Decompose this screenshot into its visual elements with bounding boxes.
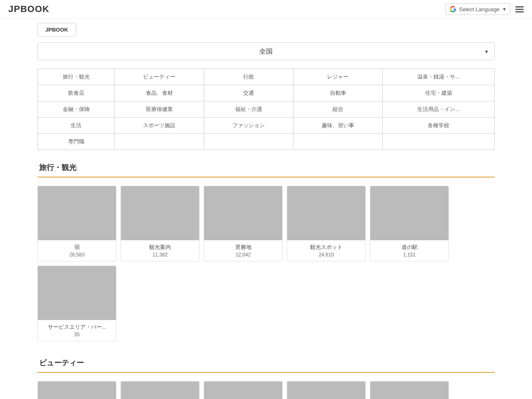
card-keishochi-name: 景勝地: [207, 244, 279, 251]
img-cell: [326, 186, 365, 213]
card-keishochi[interactable]: 景勝地 12,042: [204, 186, 283, 261]
img-cell: [77, 266, 116, 293]
category-housing[interactable]: 住宅・建築: [383, 85, 495, 101]
card-kanko-annai-count: 11,382: [124, 252, 196, 258]
card-kanko-spot[interactable]: 観光スポット 24,610: [287, 186, 366, 261]
img-cell: [121, 213, 160, 240]
card-yado-info: 宿 28,583: [38, 240, 116, 261]
card-beauty-5-image: [370, 382, 448, 399]
tab-jpbook[interactable]: JPBOOK: [38, 23, 76, 36]
language-selector[interactable]: Select Language ▼: [446, 3, 510, 15]
img-cell: [160, 382, 199, 399]
category-car[interactable]: 自動車: [293, 85, 383, 101]
category-union[interactable]: 組合: [293, 101, 383, 118]
travel-card-grid: 宿 28,583 観光案内 11,382: [37, 186, 495, 341]
card-beauty-5[interactable]: [370, 381, 449, 399]
card-beauty-3-image: [204, 382, 282, 399]
category-leisure[interactable]: レジャー: [293, 69, 383, 85]
card-beauty-2[interactable]: [121, 381, 200, 399]
region-select-container: 全国 北海道 東北 関東 中部 近畿 中国 四国 九州・沖縄: [37, 42, 495, 60]
category-sports[interactable]: スポーツ施設: [115, 118, 204, 134]
img-cell: [204, 213, 243, 240]
section-travel-title: 旅行・観光: [37, 163, 495, 172]
img-cell: [287, 213, 326, 240]
category-onsen[interactable]: 温泉・銭湯・サ...: [383, 69, 495, 85]
img-cell: [370, 213, 409, 240]
category-specialist[interactable]: 専門職: [38, 134, 115, 150]
category-travel[interactable]: 旅行・観光: [38, 69, 115, 85]
img-cell: [243, 382, 282, 399]
card-keishochi-info: 景勝地 12,042: [204, 240, 282, 261]
category-fashion[interactable]: ファッション: [204, 118, 293, 134]
card-service-area-info: サービスエリア・パー... 35: [38, 320, 116, 341]
card-beauty-4-image: [287, 382, 365, 399]
card-kanko-spot-info: 観光スポット 24,610: [287, 240, 365, 261]
category-daily[interactable]: 生活用品・イン...: [383, 101, 495, 118]
card-beauty-2-image: [121, 382, 199, 399]
img-cell: [160, 213, 199, 240]
card-beauty-3[interactable]: [204, 381, 283, 399]
category-empty2: [204, 134, 293, 150]
card-kanko-annai[interactable]: 観光案内 11,382: [121, 186, 200, 261]
card-beauty-1[interactable]: [37, 381, 116, 399]
card-kanko-spot-count: 24,610: [291, 252, 362, 258]
card-beauty-4[interactable]: [287, 381, 366, 399]
category-medical[interactable]: 医療保健業: [115, 101, 204, 118]
card-kanko-annai-info: 観光案内 11,382: [121, 240, 199, 261]
category-finance[interactable]: 金融・保険: [38, 101, 115, 118]
tab-bar: JPBOOK: [37, 23, 76, 37]
main-container: JPBOOK 全国 北海道 東北 関東 中部 近畿 中国 四国 九州・沖縄 旅行…: [29, 19, 503, 399]
card-yado[interactable]: 宿 28,583: [37, 186, 116, 261]
category-welfare[interactable]: 福祉・介護: [204, 101, 293, 118]
category-empty1: [115, 134, 204, 150]
img-cell: [38, 293, 77, 320]
card-service-area[interactable]: サービスエリア・パー... 35: [37, 266, 116, 341]
img-cell: [38, 266, 77, 293]
card-michi-no-eki-name: 道の駅: [374, 244, 445, 251]
category-beauty[interactable]: ビューティー: [115, 69, 204, 85]
card-service-area-count: 35: [41, 332, 113, 337]
img-cell: [77, 213, 116, 240]
section-travel-divider: [37, 177, 495, 177]
category-hobby[interactable]: 趣味、習い事: [293, 118, 383, 134]
category-empty3: [293, 134, 383, 150]
section-beauty: ビューティー: [37, 358, 495, 399]
card-service-area-image: [38, 266, 116, 320]
img-cell: [287, 382, 326, 399]
card-service-area-name: サービスエリア・パー...: [41, 323, 113, 331]
img-cell: [204, 382, 243, 399]
category-table: 旅行・観光 ビューティー 行政 レジャー 温泉・銭湯・サ... 飲食店 食品、食…: [37, 69, 495, 150]
section-beauty-title: ビューティー: [37, 358, 495, 368]
card-michi-no-eki-image: [370, 186, 448, 240]
language-label: Select Language: [459, 6, 500, 12]
img-cell: [121, 186, 160, 213]
img-cell: [77, 186, 116, 213]
img-cell: [77, 293, 116, 320]
img-cell: [326, 213, 365, 240]
category-school[interactable]: 各種学校: [383, 118, 495, 134]
card-michi-no-eki[interactable]: 道の駅 1,151: [370, 186, 449, 261]
card-keishochi-count: 12,042: [207, 252, 279, 258]
header-right: Select Language ▼: [446, 3, 524, 15]
list-view-icon[interactable]: [515, 6, 524, 12]
category-life[interactable]: 生活: [38, 118, 115, 134]
card-kanko-annai-image: [121, 186, 199, 240]
img-cell: [38, 382, 77, 399]
card-kanko-spot-name: 観光スポット: [291, 244, 362, 251]
region-select[interactable]: 全国 北海道 東北 関東 中部 近畿 中国 四国 九州・沖縄: [38, 43, 494, 60]
img-cell: [77, 382, 116, 399]
img-cell: [409, 186, 448, 213]
category-restaurant[interactable]: 飲食店: [38, 85, 115, 101]
category-food[interactable]: 食品、食材: [115, 85, 204, 101]
card-kanko-annai-name: 観光案内: [124, 244, 196, 251]
card-yado-image: [38, 186, 116, 240]
img-cell: [287, 186, 326, 213]
header: JPBOOK Select Language ▼: [0, 0, 532, 19]
img-cell: [370, 382, 409, 399]
card-yado-count: 28,583: [41, 252, 113, 258]
img-cell: [243, 186, 282, 213]
category-transport[interactable]: 交通: [204, 85, 293, 101]
category-admin[interactable]: 行政: [204, 69, 293, 85]
card-kanko-spot-image: [287, 186, 365, 240]
card-michi-no-eki-count: 1,151: [374, 252, 445, 258]
